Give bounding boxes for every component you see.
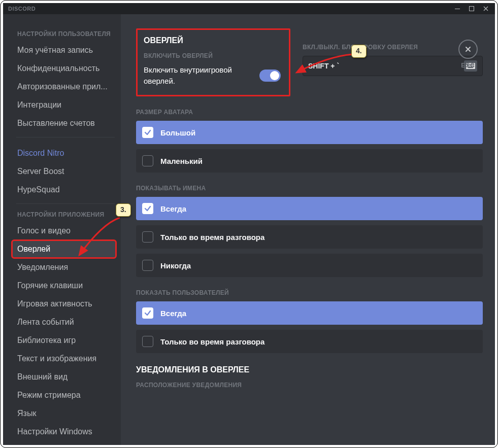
avatar-size-option-small[interactable]: Маленький <box>136 149 483 173</box>
checkbox-checked-icon <box>142 127 153 138</box>
svg-rect-1 <box>470 7 474 11</box>
show-names-option-always[interactable]: Всегда <box>136 197 483 220</box>
annotation-callout-4: 4. <box>351 45 367 58</box>
show-names-label: ПОКАЗЫВАТЬ ИМЕНА <box>136 185 483 192</box>
sidebar-header-user-settings: НАСТРОЙКИ ПОЛЬЗОВАТЕЛЯ <box>17 30 116 38</box>
sidebar-item-overlay[interactable]: Оверлей <box>12 240 116 258</box>
checkbox-checked-icon <box>142 203 153 214</box>
sidebar-item-language[interactable]: Язык <box>12 405 116 422</box>
sidebar-separator <box>16 203 115 204</box>
show-users-option-speaking[interactable]: Только во время разговора <box>136 330 483 353</box>
option-label: Только во время разговора <box>160 233 264 242</box>
checkbox-unchecked-icon <box>142 231 153 243</box>
window-controls <box>450 3 493 14</box>
sidebar-item-game-activity[interactable]: Игровая активность <box>12 295 116 313</box>
lock-overlay-keybind-input[interactable]: SHIFT + ` <box>303 56 483 76</box>
esc-label: ESC <box>461 62 475 69</box>
sidebar-item-authorized-apps[interactable]: Авторизованные прил... <box>12 78 116 95</box>
show-users-label: ПОКАЗАТЬ ПОЛЬЗОВАТЕЛЕЙ <box>136 289 483 296</box>
checkbox-checked-icon <box>142 307 153 319</box>
sidebar-item-server-boost[interactable]: Server Boost <box>12 163 116 180</box>
show-names-option-speaking[interactable]: Только во время разговора <box>136 225 483 249</box>
sidebar-item-integrations[interactable]: Интеграции <box>12 96 116 114</box>
sidebar-item-text-images[interactable]: Текст и изображения <box>12 350 116 367</box>
sidebar-item-discord-nitro[interactable]: Discord Nitro <box>12 145 116 162</box>
app-window: DISCORD НАСТРОЙКИ ПОЛЬЗОВАТЕЛЯ Моя учётн… <box>3 3 495 445</box>
sidebar-item-windows-settings[interactable]: Настройки Windows <box>12 423 116 440</box>
lock-overlay-label: ВКЛ./ВЫКЛ. БЛОКИРОВКУ ОВЕРЛЕЯ <box>303 44 483 51</box>
sidebar-item-voice-video[interactable]: Голос и видео <box>12 222 116 239</box>
avatar-size-label: РАЗМЕР АВАТАРА <box>136 109 483 116</box>
option-label: Большой <box>160 128 195 137</box>
sidebar-item-hotkeys[interactable]: Горячие клавиши <box>12 277 116 294</box>
notification-position-label: РАСПОЛОЖЕНИЕ УВЕДОМЛЕНИЯ <box>136 382 483 389</box>
sidebar-item-hypesquad[interactable]: HypeSquad <box>12 181 116 198</box>
annotation-callout-3: 3. <box>116 203 131 217</box>
sidebar-item-event-feed[interactable]: Лента событий <box>12 314 116 331</box>
overlay-notifications-title: УВЕДОМЛЕНИЯ В ОВЕРЛЕЕ <box>136 365 483 374</box>
close-icon <box>458 40 478 59</box>
page-title: ОВЕРЛЕЙ <box>144 36 281 45</box>
avatar-size-option-large[interactable]: Большой <box>136 121 483 144</box>
sidebar-scrollbar[interactable] <box>117 14 121 445</box>
sidebar-header-app-settings: НАСТРОЙКИ ПРИЛОЖЕНИЯ <box>17 211 116 218</box>
enable-overlay-description: Включить внутриигровой оверлей. <box>144 64 251 87</box>
sidebar-item-appearance[interactable]: Внешний вид <box>12 368 116 386</box>
option-label: Никогда <box>160 261 191 270</box>
option-label: Всегда <box>160 204 186 213</box>
avatar-size-options: Большой Маленький <box>136 121 483 173</box>
titlebar: DISCORD <box>3 3 495 14</box>
sidebar-item-account[interactable]: Моя учётная запись <box>12 42 116 59</box>
close-settings[interactable]: ESC <box>458 40 478 69</box>
option-label: Маленький <box>160 157 203 165</box>
maximize-button[interactable] <box>464 3 479 14</box>
sidebar-item-privacy[interactable]: Конфиденциальность <box>12 60 116 77</box>
enable-overlay-toggle[interactable] <box>259 70 281 82</box>
sidebar-item-game-library[interactable]: Библиотека игр <box>12 332 116 349</box>
settings-content: ESC ОВЕРЛЕЙ ВКЛЮЧИТЬ ОВЕРЛЕЙ Включить вн… <box>121 14 495 445</box>
sidebar-separator <box>16 137 115 137</box>
sidebar-item-billing[interactable]: Выставление счетов <box>12 115 116 132</box>
checkbox-unchecked-icon <box>142 155 153 166</box>
show-users-option-always[interactable]: Всегда <box>136 301 483 325</box>
svg-rect-0 <box>455 9 460 9</box>
show-names-options: Всегда Только во время разговора Никогда <box>136 197 483 277</box>
show-users-options: Всегда Только во время разговора <box>136 301 483 353</box>
sidebar-item-notifications[interactable]: Уведомления <box>12 259 116 276</box>
checkbox-unchecked-icon <box>142 336 153 347</box>
option-label: Только во время разговора <box>160 337 264 346</box>
overlay-enable-block: ОВЕРЛЕЙ ВКЛЮЧИТЬ ОВЕРЛЕЙ Включить внутри… <box>136 28 290 96</box>
option-label: Всегда <box>160 309 186 318</box>
show-names-option-never[interactable]: Никогда <box>136 254 483 277</box>
sidebar-item-streamer-mode[interactable]: Режим стримера <box>12 387 116 404</box>
settings-sidebar: НАСТРОЙКИ ПОЛЬЗОВАТЕЛЯ Моя учётная запис… <box>3 14 121 445</box>
app-title: DISCORD <box>5 6 36 12</box>
close-button[interactable] <box>479 3 493 14</box>
keybind-value: SHIFT + ` <box>308 62 339 70</box>
minimize-button[interactable] <box>450 3 464 14</box>
checkbox-unchecked-icon <box>142 260 153 271</box>
enable-overlay-label: ВКЛЮЧИТЬ ОВЕРЛЕЙ <box>144 52 281 59</box>
